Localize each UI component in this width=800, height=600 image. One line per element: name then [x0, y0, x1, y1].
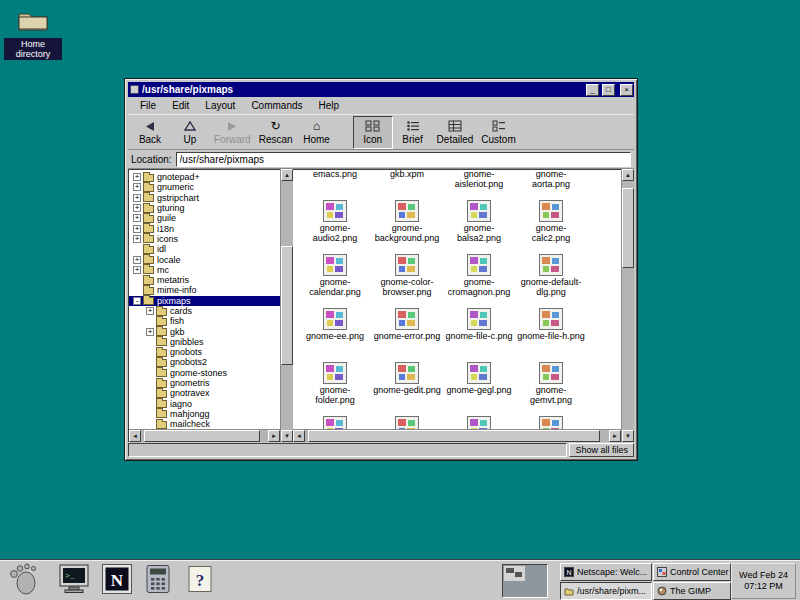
scroll-down-button[interactable]: ▼	[281, 430, 293, 442]
file-gkb.xpm[interactable]: gkb.xpm	[371, 170, 443, 200]
terminal-launcher[interactable]: >_	[56, 563, 92, 599]
file-gnome-audio2.png[interactable]: gnome-audio2.png	[299, 200, 371, 254]
menu-edit[interactable]: Edit	[164, 98, 197, 113]
pager-desktop-4[interactable]	[526, 582, 547, 597]
home-button[interactable]: ⌂ Home	[297, 116, 337, 149]
tree-item-gnome-stones[interactable]: gnome-stones	[129, 368, 280, 378]
up-button[interactable]: Up	[170, 116, 210, 149]
task-netscape[interactable]: N Netscape: Welc...	[560, 563, 652, 581]
expand-icon[interactable]: +	[133, 266, 141, 274]
expand-icon[interactable]: +	[133, 214, 141, 222]
file-gnome-aorta.png[interactable]: gnome-aorta.png	[515, 170, 587, 200]
scroll-left-button[interactable]: ◄	[293, 430, 305, 442]
tree-item-iagno[interactable]: iagno	[129, 399, 280, 409]
scroll-left-button[interactable]: ◄	[129, 430, 141, 442]
rescan-button[interactable]: ↻ Rescan	[255, 116, 297, 149]
file-gnome-gemvt.png[interactable]: gnome-gemvt.png	[515, 362, 587, 416]
tree-item-i18n[interactable]: +i18n	[129, 223, 280, 233]
scrollbar-track[interactable]	[281, 181, 293, 430]
tree-item-gstripchart[interactable]: +gstripchart	[129, 193, 280, 203]
scrollbar-thumb[interactable]	[308, 430, 600, 442]
expand-icon[interactable]: +	[133, 183, 141, 191]
scrollbar-thumb[interactable]	[281, 246, 293, 366]
scroll-up-button[interactable]: ▲	[281, 169, 293, 181]
collapse-icon[interactable]: -	[133, 297, 141, 305]
maximize-button[interactable]: □	[602, 84, 615, 96]
clock-applet[interactable]: Wed Feb 24 07:12 PM	[731, 563, 796, 599]
show-all-files-button[interactable]: Show all files	[569, 443, 634, 457]
tree-item-metatris[interactable]: metatris	[129, 275, 280, 285]
location-input[interactable]	[176, 152, 631, 167]
tree-item-locale[interactable]: +locale	[129, 254, 280, 264]
netscape-launcher[interactable]: N	[99, 563, 135, 599]
tree-item-cards[interactable]: +cards	[129, 306, 280, 316]
file-gnome-aisleriot.png[interactable]: gnome-aisleriot.png	[443, 170, 515, 200]
tree-item-gnobots2[interactable]: gnobots2	[129, 357, 280, 367]
task-control-center[interactable]: Control Center	[653, 563, 731, 581]
expand-icon[interactable]: +	[146, 307, 154, 315]
scroll-right-button[interactable]: ►	[268, 430, 280, 442]
tree-item-idl[interactable]: idl	[129, 244, 280, 254]
task-gimp[interactable]: The GIMP	[653, 582, 731, 600]
file-item[interactable]	[371, 416, 443, 429]
file-gnome-gegl.png[interactable]: gnome-gegl.png	[443, 362, 515, 416]
tree-item-mime-info[interactable]: mime-info	[129, 285, 280, 295]
scrollbar-thumb[interactable]	[144, 430, 261, 442]
brief-view-button[interactable]: Brief	[393, 116, 433, 149]
file-gnome-color-browser.png[interactable]: gnome-color-browser.png	[371, 254, 443, 308]
file-gnome-gedit.png[interactable]: gnome-gedit.png	[371, 362, 443, 416]
desk-guide-pager[interactable]	[502, 564, 548, 598]
detailed-view-button[interactable]: Detailed	[433, 116, 478, 149]
file-gnome-error.png[interactable]: gnome-error.png	[371, 308, 443, 362]
file-icon-view[interactable]: emacs.pnggkb.xpmgnome-aisleriot.pnggnome…	[293, 170, 621, 429]
tree-item-mailcheck[interactable]: mailcheck	[129, 419, 280, 429]
file-item[interactable]	[515, 416, 587, 429]
expand-icon[interactable]: +	[146, 328, 154, 336]
tree-vertical-scrollbar[interactable]: ▲ ▼	[280, 169, 293, 442]
scroll-up-button[interactable]: ▲	[622, 169, 634, 181]
minimize-button[interactable]: _	[586, 84, 599, 96]
home-directory-icon[interactable]: Home directory	[4, 6, 62, 61]
scroll-down-button[interactable]: ▼	[622, 430, 634, 442]
file-item[interactable]	[299, 416, 371, 429]
tree-item-gnotepad+[interactable]: +gnotepad+	[129, 172, 280, 182]
directory-tree[interactable]: +gnotepad++gnumeric+gstripchart+gturing+…	[129, 170, 280, 429]
forward-button[interactable]: Forward	[210, 116, 255, 149]
help-launcher[interactable]: ?	[182, 563, 218, 599]
tree-item-gnumeric[interactable]: +gnumeric	[129, 182, 280, 192]
tree-item-mc[interactable]: +mc	[129, 265, 280, 275]
expand-icon[interactable]: +	[133, 256, 141, 264]
file-gnome-balsa2.png[interactable]: gnome-balsa2.png	[443, 200, 515, 254]
tree-item-gkb[interactable]: +gkb	[129, 326, 280, 336]
pager-desktop-1[interactable]	[504, 566, 525, 581]
file-gnome-calendar.png[interactable]: gnome-calendar.png	[299, 254, 371, 308]
file-gnome-file-c.png[interactable]: gnome-file-c.png	[443, 308, 515, 362]
tree-item-mahjongg[interactable]: mahjongg	[129, 409, 280, 419]
phone-dialer-launcher[interactable]	[140, 563, 176, 599]
tree-item-gnibbles[interactable]: gnibbles	[129, 337, 280, 347]
file-gnome-file-h.png[interactable]: gnome-file-h.png	[515, 308, 587, 362]
tree-item-gnometris[interactable]: gnometris	[129, 378, 280, 388]
tree-item-gturing[interactable]: +gturing	[129, 203, 280, 213]
scroll-right-button[interactable]: ►	[609, 430, 621, 442]
tree-item-gnobots[interactable]: gnobots	[129, 347, 280, 357]
menu-commands[interactable]: Commands	[243, 98, 310, 113]
file-emacs.png[interactable]: emacs.png	[299, 170, 371, 200]
expand-icon[interactable]: +	[133, 235, 141, 243]
tree-item-icons[interactable]: +icons	[129, 234, 280, 244]
icons-vertical-scrollbar[interactable]: ▲ ▼	[621, 169, 634, 442]
menu-file[interactable]: File	[132, 98, 164, 113]
scrollbar-track[interactable]	[622, 181, 634, 430]
file-gnome-background.png[interactable]: gnome-background.png	[371, 200, 443, 254]
scrollbar-track[interactable]	[141, 430, 268, 442]
tree-item-gnotravex[interactable]: gnotravex	[129, 388, 280, 398]
tree-item-fish[interactable]: fish	[129, 316, 280, 326]
pager-desktop-3[interactable]	[504, 582, 525, 597]
icon-view-button[interactable]: Icon	[353, 116, 393, 149]
scrollbar-track[interactable]	[305, 430, 609, 442]
icons-horizontal-scrollbar[interactable]: ◄ ►	[293, 429, 621, 442]
close-button[interactable]: ×	[620, 84, 633, 96]
tree-horizontal-scrollbar[interactable]: ◄ ►	[129, 429, 280, 442]
expand-icon[interactable]: +	[133, 204, 141, 212]
scrollbar-thumb[interactable]	[622, 188, 634, 268]
